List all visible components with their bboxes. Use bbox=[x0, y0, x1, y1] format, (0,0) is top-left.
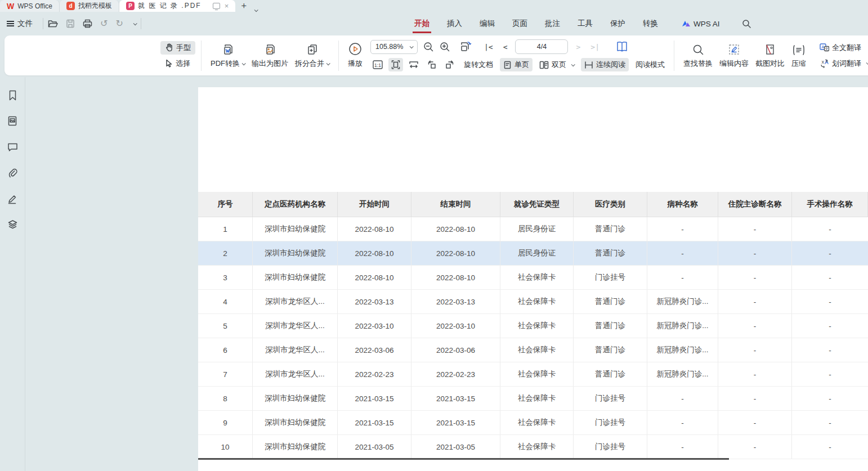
table-cell: 2022-03-10 bbox=[411, 314, 500, 338]
compress-button[interactable]: 压缩 bbox=[788, 41, 809, 70]
thumbnail-panel-icon[interactable] bbox=[7, 115, 18, 127]
table-cell: 门诊挂号 bbox=[574, 387, 647, 411]
table-cell: - bbox=[792, 241, 868, 266]
close-tab-icon[interactable]: × bbox=[225, 2, 229, 10]
table-cell: - bbox=[718, 362, 792, 387]
last-page-button[interactable]: >| bbox=[588, 43, 602, 51]
zoom-value: 105.88% bbox=[375, 43, 403, 51]
menu-item-convert[interactable]: 转换 bbox=[642, 15, 659, 32]
next-page-button[interactable]: > bbox=[574, 43, 583, 51]
table-cell: - bbox=[718, 435, 792, 459]
read-mode-book-icon[interactable] bbox=[615, 41, 629, 53]
tab-label: 找稻壳模板 bbox=[78, 1, 112, 11]
find-replace-label: 查找替换 bbox=[683, 59, 713, 69]
quick-access-chevron-icon[interactable] bbox=[133, 21, 137, 25]
table-cell: 2022-02-23 bbox=[338, 362, 411, 387]
menu-item-edit[interactable]: 编辑 bbox=[479, 15, 495, 32]
split-merge-button[interactable]: 拆分合并 bbox=[292, 41, 333, 70]
signature-panel-icon[interactable] bbox=[7, 193, 18, 204]
zoom-level-select[interactable]: 105.88% bbox=[370, 40, 418, 54]
hand-tool-label: 手型 bbox=[176, 43, 191, 53]
table-cell: - bbox=[647, 411, 718, 435]
full-text-translate-button[interactable]: A 文 全文翻译 bbox=[815, 41, 868, 55]
table-cell: 9 bbox=[198, 411, 253, 435]
redo-icon[interactable]: ↻ bbox=[115, 19, 123, 28]
print-icon[interactable] bbox=[83, 19, 92, 28]
tab-document-pdf[interactable]: P 就 医 记 录 .PDF × bbox=[119, 0, 235, 12]
replace-pages-icon[interactable] bbox=[459, 40, 473, 53]
menu-item-insert[interactable]: 插入 bbox=[446, 15, 463, 32]
rotate-right-button[interactable] bbox=[442, 58, 457, 71]
table-cell: - bbox=[647, 217, 718, 241]
zoom-out-icon[interactable] bbox=[423, 42, 434, 52]
read-mode-label: 阅读模式 bbox=[636, 60, 665, 70]
table-cell: 深圳市龙华区人... bbox=[253, 338, 338, 362]
table-cell: 深圳市妇幼保健院 bbox=[253, 435, 338, 459]
rotate-left-icon bbox=[427, 60, 437, 70]
new-tab-button[interactable]: ＋ bbox=[235, 0, 252, 12]
word-translate-button[interactable]: x A 划词翻译 bbox=[815, 57, 868, 70]
table-cell: - bbox=[792, 266, 868, 290]
open-file-icon[interactable] bbox=[48, 19, 58, 28]
table-cell: 新冠肺炎门诊... bbox=[647, 338, 718, 362]
fit-width-button[interactable] bbox=[406, 58, 421, 71]
svg-text:文: 文 bbox=[825, 47, 829, 51]
col-header: 医疗类别 bbox=[574, 192, 647, 217]
fit-page-button[interactable] bbox=[388, 58, 403, 71]
layers-panel-icon[interactable] bbox=[7, 219, 18, 230]
table-cell: 普通门诊 bbox=[574, 290, 647, 314]
play-icon bbox=[348, 42, 362, 56]
menu-bar: 文件 ↺ ↻ 开始 插入 编辑 页面 批注 工具 保护 转换 WPS AI bbox=[0, 12, 868, 35]
tab-wps-office[interactable]: W WPS Office bbox=[0, 0, 60, 12]
menu-item-annotate[interactable]: 批注 bbox=[544, 15, 561, 32]
table-cell: 普通门诊 bbox=[574, 217, 647, 241]
play-slideshow-button[interactable]: 播放 bbox=[344, 41, 366, 70]
table-cell: 普通门诊 bbox=[574, 338, 647, 362]
one-to-one-icon: 1:1 bbox=[373, 60, 383, 69]
menu-item-page[interactable]: 页面 bbox=[512, 15, 528, 32]
search-icon[interactable] bbox=[742, 19, 751, 29]
pdf-convert-label: PDF转换 bbox=[211, 59, 240, 69]
rotate-document-button[interactable]: 旋转文档 bbox=[460, 58, 496, 71]
bookmark-icon[interactable] bbox=[7, 89, 18, 101]
edit-content-button[interactable]: 编辑内容 bbox=[716, 41, 752, 70]
read-mode-button[interactable]: 阅读模式 bbox=[632, 58, 668, 71]
file-menu-button[interactable]: 文件 bbox=[0, 19, 38, 29]
double-page-view-button[interactable]: 双页 bbox=[536, 58, 578, 71]
hand-tool-button[interactable]: 手型 bbox=[160, 41, 195, 55]
comment-panel-icon[interactable] bbox=[7, 141, 18, 152]
menu-item-protect[interactable]: 保护 bbox=[610, 15, 626, 32]
prev-page-button[interactable]: < bbox=[501, 43, 510, 51]
table-row: 4深圳市龙华区人...2022-03-132022-03-13社会保障卡普通门诊… bbox=[198, 290, 868, 314]
wps-ai-button[interactable]: WPS AI bbox=[682, 20, 720, 28]
pdf-convert-button[interactable]: PDF转换 bbox=[207, 41, 248, 70]
table-cell: 3 bbox=[198, 266, 253, 290]
rotate-left-button[interactable] bbox=[424, 58, 439, 71]
menu-item-home[interactable]: 开始 bbox=[414, 15, 430, 32]
table-cell: - bbox=[647, 241, 718, 266]
table-cell: 深圳市妇幼保健院 bbox=[253, 241, 338, 266]
zoom-in-icon[interactable] bbox=[440, 42, 450, 52]
find-replace-button[interactable]: 查找替换 bbox=[680, 41, 716, 70]
page-value: 4/4 bbox=[537, 43, 547, 51]
actual-size-button[interactable]: 1:1 bbox=[370, 58, 385, 71]
table-cell: 社会保障卡 bbox=[500, 387, 574, 411]
single-page-label: 单页 bbox=[514, 60, 529, 70]
undo-icon[interactable]: ↺ bbox=[100, 19, 108, 28]
export-as-image-button[interactable]: 输出为图片 bbox=[248, 41, 292, 70]
table-cell: - bbox=[718, 338, 792, 362]
select-tool-button[interactable]: 选择 bbox=[160, 57, 195, 70]
attachment-panel-icon[interactable] bbox=[7, 167, 18, 178]
first-page-button[interactable]: |< bbox=[482, 43, 495, 51]
screenshot-compare-button[interactable]: 截图对比 bbox=[752, 41, 788, 70]
cast-screen-icon[interactable] bbox=[213, 3, 220, 9]
menu-item-tools[interactable]: 工具 bbox=[577, 15, 593, 32]
save-icon[interactable] bbox=[66, 19, 75, 28]
continuous-reading-label: 连续阅读 bbox=[596, 60, 625, 70]
page-number-input[interactable]: 4/4 bbox=[515, 39, 568, 54]
tab-docer-templates[interactable]: d 找稻壳模板 bbox=[60, 0, 119, 12]
continuous-reading-button[interactable]: 连续阅读 bbox=[581, 58, 629, 71]
single-page-view-button[interactable]: 单页 bbox=[500, 58, 533, 71]
divider bbox=[674, 41, 674, 71]
hand-icon bbox=[165, 43, 173, 52]
